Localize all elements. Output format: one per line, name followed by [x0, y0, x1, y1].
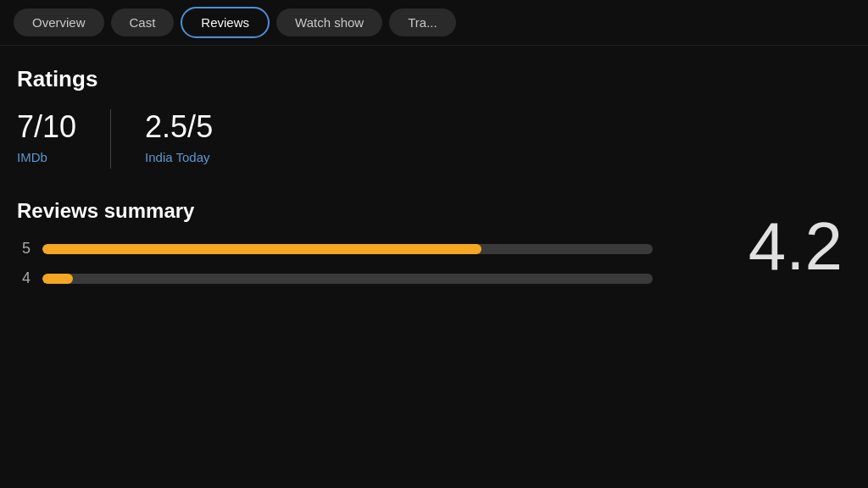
india-today-rating-source[interactable]: India Today: [145, 150, 213, 164]
india-today-rating-block: 2.5/5 India Today: [145, 109, 247, 164]
tab-overview[interactable]: Overview: [14, 8, 104, 36]
main-content: Ratings 7/10 IMDb 2.5/5 India Today Revi…: [0, 46, 868, 319]
bar-label-4: 4: [17, 269, 31, 287]
tab-watch-show[interactable]: Watch show: [276, 8, 382, 36]
ratings-row: 7/10 IMDb 2.5/5 India Today: [17, 109, 851, 169]
ratings-title: Ratings: [17, 66, 851, 92]
imdb-rating-source[interactable]: IMDb: [17, 150, 76, 164]
bar-row-4: 4: [17, 269, 851, 287]
bar-track-5: [42, 244, 653, 254]
tab-reviews[interactable]: Reviews: [181, 7, 270, 38]
bar-fill-5: [42, 244, 481, 254]
bar-fill-4: [42, 274, 73, 284]
tab-trailers[interactable]: Tra...: [389, 8, 455, 36]
ratings-divider: [110, 109, 111, 169]
bar-row-5: 5: [17, 240, 851, 258]
content-area: Ratings 7/10 IMDb 2.5/5 India Today Revi…: [0, 46, 868, 319]
tabs-bar: Overview Cast Reviews Watch show Tra...: [0, 0, 868, 46]
overall-score: 4.2: [748, 208, 843, 286]
bar-label-5: 5: [17, 240, 31, 258]
reviews-summary-title: Reviews summary: [17, 199, 851, 223]
bar-track-4: [42, 274, 653, 284]
tab-cast[interactable]: Cast: [111, 8, 175, 36]
imdb-rating-value: 7/10: [17, 109, 76, 145]
imdb-rating-block: 7/10 IMDb: [17, 109, 110, 164]
india-today-rating-value: 2.5/5: [145, 109, 213, 145]
